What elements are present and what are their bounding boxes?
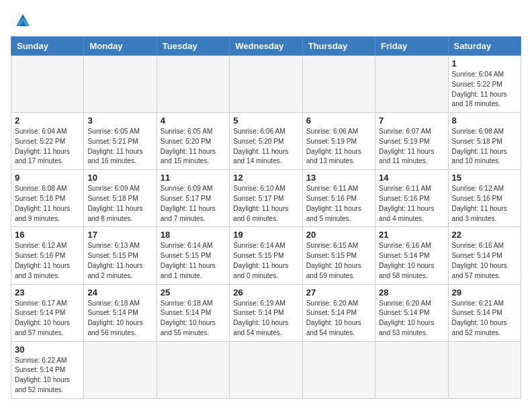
calendar-cell <box>230 56 302 113</box>
calendar-cell: 10Sunrise: 6:09 AM Sunset: 5:18 PM Dayli… <box>84 170 157 227</box>
calendar-cell <box>157 341 229 398</box>
day-info: Sunrise: 6:14 AM Sunset: 5:15 PM Dayligh… <box>161 241 226 281</box>
day-info: Sunrise: 6:08 AM Sunset: 5:18 PM Dayligh… <box>452 127 517 167</box>
weekday-header-sunday: Sunday <box>11 37 84 56</box>
calendar-cell <box>157 56 229 113</box>
calendar-cell: 7Sunrise: 6:07 AM Sunset: 5:19 PM Daylig… <box>375 113 448 170</box>
calendar-cell <box>375 56 448 113</box>
calendar-cell: 15Sunrise: 6:12 AM Sunset: 5:16 PM Dayli… <box>448 170 521 227</box>
day-number: 14 <box>379 173 444 183</box>
calendar-week-row: 2Sunrise: 6:04 AM Sunset: 5:22 PM Daylig… <box>11 113 521 170</box>
day-info: Sunrise: 6:06 AM Sunset: 5:19 PM Dayligh… <box>306 127 371 167</box>
day-info: Sunrise: 6:04 AM Sunset: 5:22 PM Dayligh… <box>452 70 517 109</box>
calendar-table: SundayMondayTuesdayWednesdayThursdayFrid… <box>11 36 521 399</box>
calendar-cell: 28Sunrise: 6:20 AM Sunset: 5:14 PM Dayli… <box>375 284 448 341</box>
day-info: Sunrise: 6:13 AM Sunset: 5:15 PM Dayligh… <box>87 241 152 281</box>
calendar-cell: 29Sunrise: 6:21 AM Sunset: 5:14 PM Dayli… <box>448 284 521 341</box>
weekday-header-wednesday: Wednesday <box>230 37 302 56</box>
day-number: 23 <box>15 287 80 298</box>
calendar-cell: 5Sunrise: 6:06 AM Sunset: 5:20 PM Daylig… <box>230 113 302 170</box>
day-number: 9 <box>15 173 80 183</box>
calendar-week-row: 23Sunrise: 6:17 AM Sunset: 5:14 PM Dayli… <box>11 284 521 341</box>
calendar-week-row: 1Sunrise: 6:04 AM Sunset: 5:22 PM Daylig… <box>11 56 521 113</box>
day-number: 30 <box>15 345 80 355</box>
calendar-cell: 14Sunrise: 6:11 AM Sunset: 5:16 PM Dayli… <box>375 170 448 227</box>
day-number: 25 <box>161 287 226 298</box>
day-number: 12 <box>233 173 298 183</box>
day-number: 21 <box>379 230 444 240</box>
calendar-cell: 12Sunrise: 6:10 AM Sunset: 5:17 PM Dayli… <box>230 170 302 227</box>
calendar-cell <box>302 341 375 398</box>
calendar-cell: 1Sunrise: 6:04 AM Sunset: 5:22 PM Daylig… <box>448 56 521 113</box>
day-number: 27 <box>306 287 371 298</box>
day-info: Sunrise: 6:15 AM Sunset: 5:15 PM Dayligh… <box>306 241 371 281</box>
calendar-cell: 8Sunrise: 6:08 AM Sunset: 5:18 PM Daylig… <box>448 113 521 170</box>
day-info: Sunrise: 6:06 AM Sunset: 5:20 PM Dayligh… <box>233 127 298 167</box>
day-info: Sunrise: 6:11 AM Sunset: 5:16 PM Dayligh… <box>306 184 371 224</box>
day-number: 3 <box>87 116 152 126</box>
weekday-header-monday: Monday <box>84 37 157 56</box>
day-number: 13 <box>306 173 371 183</box>
day-number: 29 <box>452 287 517 298</box>
calendar-cell: 19Sunrise: 6:14 AM Sunset: 5:15 PM Dayli… <box>230 227 302 284</box>
day-number: 16 <box>15 230 80 240</box>
generalblue-logo-icon <box>11 11 35 30</box>
day-info: Sunrise: 6:07 AM Sunset: 5:19 PM Dayligh… <box>379 127 444 167</box>
day-number: 18 <box>161 230 226 240</box>
calendar-cell <box>302 56 375 113</box>
day-number: 24 <box>87 287 152 298</box>
day-info: Sunrise: 6:10 AM Sunset: 5:17 PM Dayligh… <box>233 184 298 224</box>
day-info: Sunrise: 6:18 AM Sunset: 5:14 PM Dayligh… <box>161 299 226 338</box>
calendar-cell: 6Sunrise: 6:06 AM Sunset: 5:19 PM Daylig… <box>302 113 375 170</box>
day-info: Sunrise: 6:19 AM Sunset: 5:14 PM Dayligh… <box>233 299 298 338</box>
day-number: 1 <box>452 58 517 68</box>
day-info: Sunrise: 6:11 AM Sunset: 5:16 PM Dayligh… <box>379 184 444 224</box>
calendar-cell: 2Sunrise: 6:04 AM Sunset: 5:22 PM Daylig… <box>11 113 84 170</box>
calendar-cell: 21Sunrise: 6:16 AM Sunset: 5:14 PM Dayli… <box>375 227 448 284</box>
day-number: 7 <box>379 116 444 126</box>
day-number: 10 <box>87 173 152 183</box>
weekday-header-friday: Friday <box>375 37 448 56</box>
day-info: Sunrise: 6:09 AM Sunset: 5:17 PM Dayligh… <box>161 184 226 224</box>
calendar-cell <box>11 56 84 113</box>
calendar-cell: 24Sunrise: 6:18 AM Sunset: 5:14 PM Dayli… <box>84 284 157 341</box>
day-info: Sunrise: 6:12 AM Sunset: 5:16 PM Dayligh… <box>452 184 517 224</box>
day-info: Sunrise: 6:18 AM Sunset: 5:14 PM Dayligh… <box>87 299 152 338</box>
calendar-cell: 9Sunrise: 6:08 AM Sunset: 5:18 PM Daylig… <box>11 170 84 227</box>
day-number: 11 <box>161 173 226 183</box>
calendar-cell: 23Sunrise: 6:17 AM Sunset: 5:14 PM Dayli… <box>11 284 84 341</box>
calendar-cell <box>84 56 157 113</box>
day-number: 20 <box>306 230 371 240</box>
day-number: 2 <box>15 116 80 126</box>
calendar-cell <box>84 341 157 398</box>
day-number: 26 <box>233 287 298 298</box>
weekday-header-thursday: Thursday <box>302 37 375 56</box>
day-info: Sunrise: 6:05 AM Sunset: 5:20 PM Dayligh… <box>161 127 226 167</box>
calendar-cell: 17Sunrise: 6:13 AM Sunset: 5:15 PM Dayli… <box>84 227 157 284</box>
calendar-week-row: 9Sunrise: 6:08 AM Sunset: 5:18 PM Daylig… <box>11 170 521 227</box>
day-number: 28 <box>379 287 444 298</box>
day-info: Sunrise: 6:05 AM Sunset: 5:21 PM Dayligh… <box>87 127 152 167</box>
day-number: 4 <box>161 116 226 126</box>
calendar-cell: 30Sunrise: 6:22 AM Sunset: 5:14 PM Dayli… <box>11 341 84 398</box>
calendar-cell: 27Sunrise: 6:20 AM Sunset: 5:14 PM Dayli… <box>302 284 375 341</box>
day-number: 6 <box>306 116 371 126</box>
day-number: 5 <box>233 116 298 126</box>
calendar-cell: 3Sunrise: 6:05 AM Sunset: 5:21 PM Daylig… <box>84 113 157 170</box>
day-info: Sunrise: 6:12 AM Sunset: 5:16 PM Dayligh… <box>15 241 80 281</box>
day-info: Sunrise: 6:21 AM Sunset: 5:14 PM Dayligh… <box>452 299 517 338</box>
calendar-week-row: 16Sunrise: 6:12 AM Sunset: 5:16 PM Dayli… <box>11 227 521 284</box>
calendar-cell: 13Sunrise: 6:11 AM Sunset: 5:16 PM Dayli… <box>302 170 375 227</box>
weekday-header-saturday: Saturday <box>448 37 521 56</box>
weekday-header-tuesday: Tuesday <box>157 37 229 56</box>
calendar-cell <box>230 341 302 398</box>
calendar-cell: 26Sunrise: 6:19 AM Sunset: 5:14 PM Dayli… <box>230 284 302 341</box>
calendar-cell: 18Sunrise: 6:14 AM Sunset: 5:15 PM Dayli… <box>157 227 229 284</box>
day-info: Sunrise: 6:16 AM Sunset: 5:14 PM Dayligh… <box>452 241 517 281</box>
day-info: Sunrise: 6:17 AM Sunset: 5:14 PM Dayligh… <box>15 299 80 338</box>
day-info: Sunrise: 6:14 AM Sunset: 5:15 PM Dayligh… <box>233 241 298 281</box>
day-number: 8 <box>452 116 517 126</box>
calendar-cell <box>375 341 448 398</box>
calendar-cell: 25Sunrise: 6:18 AM Sunset: 5:14 PM Dayli… <box>157 284 229 341</box>
weekday-header-row: SundayMondayTuesdayWednesdayThursdayFrid… <box>11 37 521 56</box>
